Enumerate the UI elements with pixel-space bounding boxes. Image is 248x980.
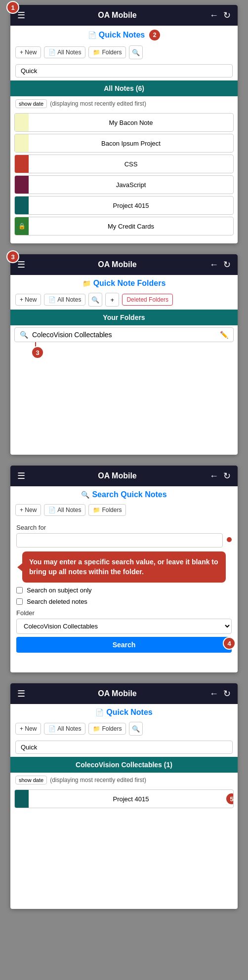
all-notes-button-4[interactable]: 📄 All Notes (44, 723, 85, 735)
step-badge-3: 3 (6, 250, 19, 263)
folders-button-3[interactable]: 📁 Folders (88, 504, 126, 516)
section-header-2: Your Folders (10, 310, 238, 325)
empty-space-4 (10, 810, 238, 909)
tooltip-text: You may enter a specific search value, o… (29, 558, 218, 576)
note-text-3: CSS (29, 157, 233, 171)
page-title-text-1: Quick Notes (99, 31, 145, 39)
all-notes-label-1: All Notes (57, 49, 81, 56)
filter-row-1: show date (displaying most recently edit… (10, 96, 238, 111)
nav-title-1: OA Mobile (98, 11, 137, 20)
refresh-icon-4[interactable]: ↻ (223, 688, 231, 699)
page-title-text-4: Quick Notes (106, 708, 152, 717)
menu-icon-2[interactable]: ☰ (17, 259, 25, 270)
result-item-1[interactable]: Project 4015 5 (14, 789, 234, 808)
note-item-1[interactable]: My Bacon Note (14, 113, 234, 132)
menu-icon-4[interactable]: ☰ (17, 688, 25, 699)
notes-icon-4: 📄 (48, 725, 56, 732)
search-submit-button[interactable]: Search (16, 637, 232, 653)
search-value-input[interactable] (16, 533, 223, 548)
note-item-5[interactable]: Project 4015 (14, 196, 234, 215)
search-btn-container: Search 4 (16, 634, 232, 653)
all-notes-button-3[interactable]: 📄 All Notes (44, 504, 85, 516)
section-header-1: All Notes (6) (10, 80, 238, 96)
all-notes-label-4: All Notes (57, 725, 81, 732)
screen-2: 3 ☰ OA Mobile ← ↻ 📁 Quick Note Folders +… (10, 254, 238, 455)
search-button-1[interactable]: 🔍 (129, 45, 143, 59)
folder-icon-3: 📁 (93, 507, 100, 513)
toolbar-2: + New 📄 All Notes 🔍 + Deleted Folders (10, 290, 238, 310)
page-title-2: 📁 Quick Note Folders (10, 275, 238, 290)
doc-icon-4: 📄 (95, 708, 104, 716)
note-color-2 (15, 134, 29, 152)
folder-item-left-1: 🔍 ColecoVision Collectables (20, 331, 112, 339)
red-dot-indicator (227, 537, 232, 542)
notes-icon-1: 📄 (48, 49, 56, 56)
folder-select[interactable]: ColecoVision Collectables (16, 619, 232, 634)
back-icon-4[interactable]: ← (209, 689, 218, 699)
all-notes-button-1[interactable]: 📄 All Notes (44, 46, 85, 58)
note-color-1 (15, 114, 29, 131)
doc-icon-1: 📄 (88, 31, 96, 39)
folder-item-1[interactable]: 🔍 ColecoVision Collectables ✏️ (14, 327, 234, 342)
folders-button-4[interactable]: 📁 Folders (88, 723, 126, 735)
search-bar-4 (10, 739, 238, 757)
note-item-6[interactable]: 🔒 My Credit Cards (14, 217, 234, 235)
filter-row-4: show date (displaying most recently edit… (10, 773, 238, 787)
nav-title-4: OA Mobile (98, 689, 137, 698)
search-button-2[interactable]: 🔍 (88, 293, 102, 307)
folder-label: Folder (16, 609, 232, 617)
deleted-notes-checkbox[interactable] (16, 598, 23, 605)
new-button-3[interactable]: + New (15, 504, 41, 516)
nav-icons-2: ← ↻ (209, 259, 231, 270)
step-badge-2: 2 (149, 30, 160, 40)
filter-text-1: (displaying most recently edited first) (50, 100, 146, 107)
screen-1: 1 ☰ OA Mobile ← ↻ 📄 Quick Notes 2 (10, 5, 238, 243)
add-button-2[interactable]: + (105, 293, 119, 307)
folder-icon-4: 📁 (93, 725, 100, 732)
new-button-2[interactable]: + New (15, 294, 41, 306)
folder-title-icon-2: 📁 (83, 279, 91, 287)
refresh-icon-2[interactable]: ↻ (223, 259, 231, 270)
menu-icon[interactable]: ☰ (17, 10, 25, 21)
folders-label-3: Folders (102, 507, 122, 513)
back-icon-3[interactable]: ← (209, 471, 218, 481)
filter-text-4: (displaying most recently edited first) (50, 777, 146, 784)
show-date-button-4[interactable]: show date (15, 776, 47, 784)
search-input-4[interactable] (15, 741, 233, 754)
tooltip-arrow (17, 563, 22, 571)
folder-edit-icon-1[interactable]: ✏️ (220, 331, 228, 339)
screen-3: ☰ OA Mobile ← ↻ 🔍 Search Quick Notes + N… (10, 466, 238, 672)
nav-bar-3: ☰ OA Mobile ← ↻ (10, 466, 238, 486)
quick-notes-screen: ☰ OA Mobile ← ↻ 📄 Quick Notes 2 + New (10, 5, 238, 243)
new-button-4[interactable]: + New (15, 723, 41, 735)
folders-button-1[interactable]: 📁 Folders (88, 46, 126, 58)
note-item-2[interactable]: Bacon Ipsum Project (14, 134, 234, 153)
quick-note-folders-screen: ☰ OA Mobile ← ↻ 📁 Quick Note Folders + N… (10, 254, 238, 455)
page-title-1: 📄 Quick Notes 2 (10, 26, 238, 42)
all-notes-label-3: All Notes (57, 507, 81, 513)
nav-icons-1: ← ↻ (209, 10, 231, 21)
search-button-4[interactable]: 🔍 (129, 722, 143, 736)
note-text-5: Project 4015 (29, 199, 233, 212)
nav-icons-4: ← ↻ (209, 688, 231, 699)
note-item-4[interactable]: JavaScript (14, 175, 234, 194)
section-header-4: ColecoVision Collectables (1) (10, 757, 238, 773)
back-icon-1[interactable]: ← (209, 10, 218, 21)
subject-only-label: Search on subject only (27, 587, 92, 594)
note-text-4: JavaScript (29, 178, 233, 192)
menu-icon-3[interactable]: ☰ (17, 470, 25, 481)
new-button-1[interactable]: + New (15, 46, 41, 58)
back-icon-2[interactable]: ← (209, 260, 218, 270)
note-color-3 (15, 155, 29, 173)
result-color-1 (15, 790, 29, 808)
nav-title-3: OA Mobile (98, 471, 137, 480)
refresh-icon-3[interactable]: ↻ (223, 470, 231, 481)
all-notes-button-2[interactable]: 📄 All Notes (44, 294, 85, 306)
refresh-icon-1[interactable]: ↻ (223, 10, 231, 21)
show-date-button-1[interactable]: show date (15, 99, 47, 108)
search-input-1[interactable] (15, 64, 233, 78)
deleted-folders-button[interactable]: Deleted Folders (122, 294, 173, 306)
deleted-notes-label: Search deleted notes (27, 598, 87, 605)
note-item-3[interactable]: CSS (14, 155, 234, 173)
subject-only-checkbox[interactable] (16, 587, 23, 593)
